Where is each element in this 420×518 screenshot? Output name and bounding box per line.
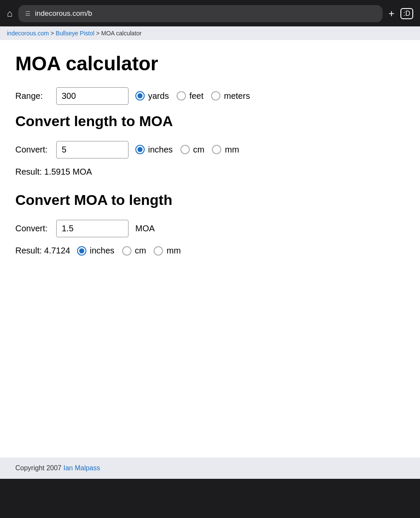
range-label: Range: (15, 91, 49, 101)
new-tab-button[interactable]: + (389, 9, 394, 19)
convert1-mm-radio[interactable] (212, 145, 221, 154)
convert1-mm-option[interactable]: mm (212, 145, 239, 155)
convert1-inches-label: inches (148, 145, 173, 155)
convert1-inches-option[interactable]: inches (135, 145, 173, 155)
convert1-label: Convert: (15, 145, 49, 155)
result2-inches-option[interactable]: inches (77, 246, 114, 256)
range-input[interactable] (56, 87, 129, 105)
page-title: MOA calculator (15, 53, 405, 75)
convert1-row: Convert: inches cm mm (15, 141, 405, 158)
address-bar[interactable]: ☰ indecorous.com/b (18, 5, 383, 22)
convert2-row: Convert: MOA (15, 220, 405, 237)
result2-mm-radio[interactable] (154, 246, 163, 256)
range-yards-radio[interactable] (135, 91, 145, 101)
convert1-cm-radio[interactable] (180, 145, 190, 154)
breadcrumb-bar: indecorous.com > Bullseye Pistol > MOA c… (0, 26, 420, 40)
convert1-cm-label: cm (193, 145, 205, 155)
convert2-input[interactable] (56, 220, 129, 237)
result2-mm-option[interactable]: mm (154, 246, 180, 256)
breadcrumb-section[interactable]: Bullseye Pistol (56, 30, 94, 37)
range-row: Range: yards feet meters (15, 87, 405, 105)
result2-prefix: Result: 4.7124 (15, 246, 70, 256)
breadcrumb-sep2: > (96, 30, 101, 37)
section1-header: Convert length to MOA (15, 113, 405, 129)
result2-row: Result: 4.7124 inches cm mm (15, 246, 405, 256)
result2-mm-label: mm (166, 246, 180, 256)
range-yards-label: yards (148, 91, 169, 101)
range-meters-label: meters (224, 91, 250, 101)
section2-header: Convert MOA to length (15, 192, 405, 208)
convert1-input[interactable] (56, 141, 129, 158)
menu-button[interactable]: :D (400, 8, 413, 19)
range-feet-option[interactable]: feet (177, 91, 203, 101)
range-meters-radio[interactable] (211, 91, 220, 101)
convert2-label: Convert: (15, 224, 49, 233)
convert1-inches-radio[interactable] (135, 145, 145, 154)
breadcrumb-page: MOA calculator (101, 30, 142, 37)
convert2-moa-label: MOA (135, 224, 155, 233)
convert1-mm-label: mm (225, 145, 239, 155)
result2-cm-label: cm (135, 246, 146, 256)
author-link[interactable]: Ian Malpass (63, 464, 100, 472)
url-text: indecorous.com/b (35, 9, 92, 18)
range-feet-radio[interactable] (177, 91, 186, 101)
main-content: MOA calculator Range: yards feet meters … (0, 40, 420, 458)
breadcrumb-sep1: > (51, 30, 56, 37)
range-yards-option[interactable]: yards (135, 91, 169, 101)
convert1-units-group: inches cm mm (135, 145, 239, 155)
copyright-text: Copyright 2007 (15, 464, 63, 472)
browser-chrome: ⌂ ☰ indecorous.com/b + :D (0, 0, 420, 26)
tabs-icon: ☰ (25, 10, 31, 17)
footer: Copyright 2007 Ian Malpass (0, 458, 420, 479)
result2-inches-label: inches (90, 246, 114, 256)
range-units-group: yards feet meters (135, 91, 250, 101)
range-feet-label: feet (189, 91, 203, 101)
result2-inches-radio[interactable] (77, 246, 86, 256)
home-icon[interactable]: ⌂ (7, 9, 12, 18)
range-meters-option[interactable]: meters (211, 91, 250, 101)
result1-text: Result: 1.5915 MOA (15, 167, 405, 177)
result2-cm-radio[interactable] (122, 246, 131, 256)
result2-cm-option[interactable]: cm (122, 246, 146, 256)
breadcrumb-site[interactable]: indecorous.com (7, 30, 49, 37)
result2-units-group: inches cm mm (77, 246, 181, 256)
convert1-cm-option[interactable]: cm (180, 145, 205, 155)
section1-title: Convert length to MOA (15, 113, 405, 129)
section2-title: Convert MOA to length (15, 192, 405, 208)
